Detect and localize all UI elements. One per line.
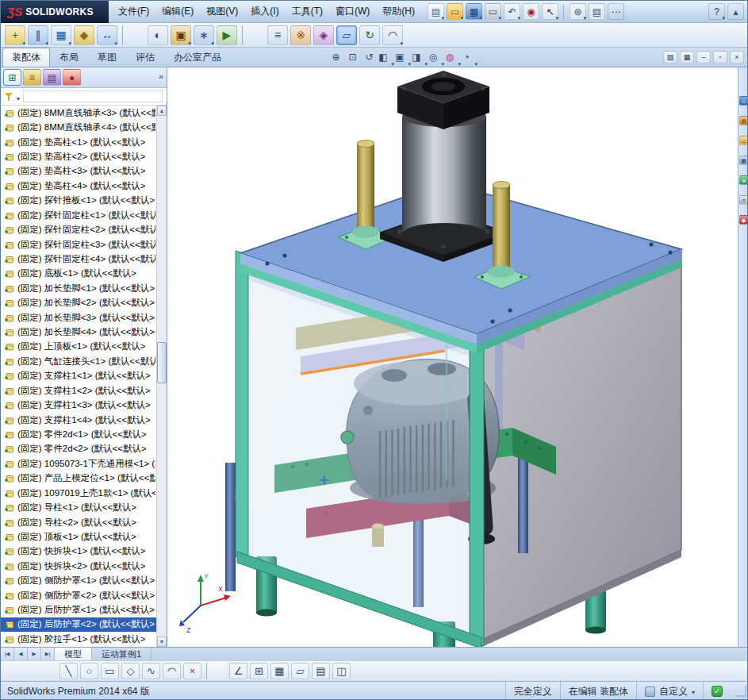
menu-item[interactable]: 插入(I) xyxy=(244,1,285,22)
move-component-icon[interactable]: ↔ xyxy=(97,25,117,45)
menu-item[interactable]: 帮助(H) xyxy=(376,1,421,22)
display-style-icon[interactable]: ◨ xyxy=(412,49,427,65)
sketch-trim-icon[interactable]: × xyxy=(183,663,201,679)
tree-item[interactable]: (固定) 加长垫脚<3> (默认<<默认> xyxy=(1,310,156,325)
forum-icon[interactable]: ◆ xyxy=(739,215,748,225)
section-grid-icon[interactable]: ▤ xyxy=(312,663,330,679)
save-icon[interactable]: ▦ xyxy=(466,3,482,20)
command-tab[interactable]: 布局 xyxy=(50,48,88,67)
sketch-rectangle-icon[interactable]: ▭ xyxy=(101,663,119,679)
status-tip[interactable]: ✓ xyxy=(703,682,731,700)
tree-item[interactable]: (固定) 支撑柱1<4> (默认<<默认> xyxy=(1,413,156,427)
cascade-windows-button[interactable]: ▧ xyxy=(663,51,677,63)
tree-item[interactable]: (固定) 支撑柱1<1> (默认<<默认> xyxy=(1,369,156,383)
panel-more-chevron[interactable]: » xyxy=(159,71,163,81)
tree-item[interactable]: (固定) 探针推板<1> (默认<<默认> xyxy=(1,194,156,208)
tree-item[interactable]: (固定) 8MM直线轴承<3> (默认<<默认> xyxy=(1,106,156,120)
assembly-features-icon[interactable]: ▣ xyxy=(171,25,191,45)
undo-icon[interactable]: ↶ xyxy=(504,3,520,20)
tree-item[interactable]: (固定) 垫高柱<1> (默认<<默认> xyxy=(1,135,156,149)
configurationmanager-tab[interactable]: ▤ xyxy=(43,69,61,86)
featuremanager-tab[interactable]: ⊞ xyxy=(3,69,21,86)
tree-item[interactable]: (固定) 导柱<2> (默认<<默认> xyxy=(1,515,156,529)
appearances-scenes-icon[interactable]: ● xyxy=(739,175,748,185)
command-tab[interactable]: 评估 xyxy=(126,48,164,67)
model-pneumatic-cylinder[interactable] xyxy=(380,71,507,262)
tab-scroll-last-button[interactable]: ▶| xyxy=(41,648,55,660)
menu-item[interactable]: 文件(F) xyxy=(112,1,155,22)
tree-item[interactable]: (固定) 探针固定柱<3> (默认<<默认> xyxy=(1,237,156,252)
tree-item[interactable]: (固定) 上顶板<1> (默认<<默认> xyxy=(1,340,156,354)
propertymanager-tab[interactable]: ≡ xyxy=(23,69,41,86)
tree-item[interactable]: (固定) 零件2d<1> (默认<<默认> xyxy=(1,427,156,441)
sketch-circle-icon[interactable]: ○ xyxy=(80,663,98,679)
menu-item[interactable]: 编辑(E) xyxy=(155,1,200,22)
linear-sketch-pattern-icon[interactable]: ▦ xyxy=(270,663,289,679)
apply-scene-icon[interactable]: ◔ xyxy=(462,49,477,65)
sketch-spline-icon[interactable]: ∿ xyxy=(142,663,160,679)
tree-item[interactable]: (固定) 加长垫脚<1> (默认<<默认> xyxy=(1,281,156,295)
model-canvas[interactable]: X Y Z xyxy=(167,67,738,647)
sketch-line-icon[interactable]: ╲ xyxy=(59,663,78,679)
options-gear-icon[interactable]: ⊛ xyxy=(570,3,586,20)
show-hidden-components-icon[interactable]: ◐ xyxy=(148,25,168,45)
rebuild-assembly-icon[interactable]: ↻ xyxy=(359,25,380,45)
reference-geometry-icon[interactable]: ∗ xyxy=(194,25,214,45)
tree-item[interactable]: (固定) 顶板<1> (默认<<默认> xyxy=(1,529,156,544)
tree-item[interactable]: (固定) 后防护罩<2> (默认<<默认> xyxy=(1,617,156,632)
tab-scroll-next-button[interactable]: ▶ xyxy=(28,648,41,660)
tree-item[interactable]: (固定) 侧防护罩<2> (默认<<默认> xyxy=(1,588,156,602)
tree-item[interactable]: (固定) 气缸连接头<1> (默认<<默认> xyxy=(1,354,156,368)
exploded-view-icon[interactable]: ※ xyxy=(290,25,311,45)
tree-item[interactable]: (固定) 导柱<1> (默认<<默认> xyxy=(1,500,156,514)
sketch-polygon-icon[interactable]: ◇ xyxy=(121,663,140,679)
command-tab[interactable]: 草图 xyxy=(88,48,126,67)
menu-item[interactable]: 工具(T) xyxy=(286,1,329,22)
zoom-fit-icon[interactable]: ⊕ xyxy=(328,49,343,65)
menu-item[interactable]: 窗口(W) xyxy=(329,1,376,22)
tree-item[interactable]: (固定) 垫高柱<2> (默认<<默认> xyxy=(1,149,156,163)
tree-item[interactable]: (固定) 垫高柱<3> (默认<<默认> xyxy=(1,164,156,179)
graphics-viewport[interactable]: X Y Z xyxy=(167,67,738,647)
filter-input[interactable] xyxy=(23,90,163,102)
overflow-icon[interactable]: ⋯ xyxy=(608,3,624,20)
help-icon[interactable]: ? xyxy=(708,3,725,20)
zoom-area-icon[interactable]: ⊡ xyxy=(345,49,360,65)
view-orientation-icon[interactable]: ▣ xyxy=(395,49,410,65)
smart-dimension-icon[interactable]: ∠ xyxy=(229,663,247,679)
tree-item[interactable]: (固定) 探针固定柱<1> (默认<<默认> xyxy=(1,208,156,222)
instant3d-icon[interactable]: ▱ xyxy=(336,25,357,45)
restore-button[interactable]: ▫ xyxy=(713,51,727,63)
bill-of-materials-icon[interactable]: ≡ xyxy=(267,25,288,45)
command-tab[interactable]: 办公室产品 xyxy=(164,48,231,67)
status-units-selector[interactable]: 自定义 xyxy=(636,682,703,700)
tree-item[interactable]: (固定) 1097019上壳1款<1> (默认<<默 xyxy=(1,486,156,500)
smart-fasteners-icon[interactable]: ◆ xyxy=(74,25,94,45)
tree-scrollbar[interactable]: ▲ ▼ xyxy=(156,106,167,647)
display-states-icon[interactable]: ◠ xyxy=(382,25,403,45)
new-motion-study-icon[interactable]: ▶ xyxy=(217,25,237,45)
interference-detection-icon[interactable]: ◈ xyxy=(313,25,334,45)
tree-item[interactable]: (固定) 探针固定柱<2> (默认<<默认> xyxy=(1,222,156,237)
reference-plane-icon[interactable]: ▱ xyxy=(291,663,309,679)
open-folder-icon[interactable]: ▭ xyxy=(447,3,463,20)
sketch-arc-icon[interactable]: ◠ xyxy=(163,663,181,679)
minimize-button[interactable]: – xyxy=(696,51,711,63)
tree-item[interactable]: (固定) 垫高柱<4> (默认<<默认> xyxy=(1,179,156,193)
collapse-toolbar-icon[interactable]: ▴ xyxy=(727,3,744,20)
custom-properties-icon[interactable]: ≡ xyxy=(739,195,748,205)
tree-item[interactable]: (固定) 零件2d<2> (默认<<默认> xyxy=(1,442,156,456)
scroll-down-button[interactable]: ▼ xyxy=(157,637,167,647)
displaymanager-tab[interactable]: ● xyxy=(63,69,81,86)
study-tab[interactable]: 运动算例1 xyxy=(92,648,152,660)
design-library-icon[interactable]: ▤ xyxy=(739,116,748,125)
filter-dropdown-icon[interactable] xyxy=(17,90,20,104)
tree-item[interactable]: (固定) 加长垫脚<4> (默认<<默认> xyxy=(1,325,156,339)
split-viewport-icon[interactable]: ◫ xyxy=(332,663,351,679)
tree-item[interactable]: (固定) 1095073-1下壳通用模<1> (默认 xyxy=(1,456,156,471)
previous-view-icon[interactable]: ↺ xyxy=(362,49,377,65)
scroll-up-button[interactable]: ▲ xyxy=(157,106,167,116)
file-explorer-icon[interactable]: ▭ xyxy=(739,136,748,145)
scroll-thumb[interactable] xyxy=(157,342,167,383)
tree-item[interactable]: (固定) 侧防护罩<1> (默认<<默认> xyxy=(1,574,156,588)
